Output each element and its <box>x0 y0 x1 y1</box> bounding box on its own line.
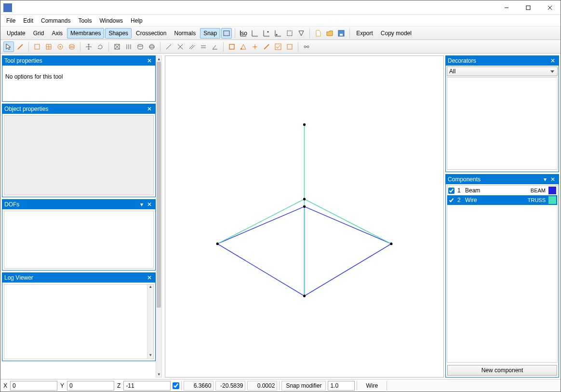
grid-toggle[interactable]: Grid <box>30 28 48 39</box>
save-file-icon[interactable] <box>336 28 347 39</box>
equal-icon[interactable] <box>198 41 209 52</box>
new-component-button[interactable]: New component <box>447 365 557 376</box>
menu-bar: File Edit Commands Tools Windows Help <box>0 15 561 27</box>
dofs-header[interactable]: DOFs ▾ ✕ <box>2 200 155 209</box>
sphere-icon[interactable] <box>147 41 157 52</box>
menu-commands[interactable]: Commands <box>37 16 74 26</box>
normals-toggle[interactable]: Normals <box>171 28 199 39</box>
disk-icon[interactable] <box>135 41 146 52</box>
rotate-icon[interactable] <box>95 41 106 52</box>
left-scrollbar[interactable]: ▲ ▼ <box>156 55 162 378</box>
svg-point-46 <box>304 46 306 48</box>
check-rect-icon[interactable] <box>273 41 283 52</box>
link-icon[interactable] <box>301 41 312 52</box>
z-input[interactable] <box>123 381 171 391</box>
edit-node-tool-icon[interactable] <box>15 41 26 52</box>
fit-selection-icon[interactable] <box>284 28 295 39</box>
image-rect-icon[interactable] <box>221 28 232 39</box>
open-file-icon[interactable] <box>324 28 335 39</box>
object-properties-header[interactable]: Object properties ✕ <box>2 104 155 114</box>
component-checkbox[interactable] <box>448 188 454 194</box>
components-list[interactable]: 1BeamBEAM2WireTRUSS <box>447 185 558 363</box>
dropdown-icon[interactable]: ▾ <box>138 201 146 208</box>
app-icon <box>3 3 12 12</box>
object-properties-title: Object properties <box>4 106 146 112</box>
pointer-tool-icon[interactable] <box>3 41 14 52</box>
crossection-toggle[interactable]: Crossection <box>133 28 170 39</box>
tool-properties-header[interactable]: Tool properties ✕ <box>2 56 155 66</box>
coord-lock-checkbox[interactable] <box>173 382 179 389</box>
snap-modifier-input[interactable] <box>328 381 355 391</box>
fit-all-icon[interactable] <box>296 28 307 39</box>
dofs-panel: DOFs ▾ ✕ <box>2 199 156 270</box>
menu-edit[interactable]: Edit <box>19 16 37 26</box>
decorators-list[interactable] <box>447 77 558 170</box>
view-xy-icon[interactable] <box>250 28 260 39</box>
svg-rect-38 <box>229 44 234 49</box>
update-button[interactable]: Update <box>3 28 29 39</box>
edit-pencil-icon[interactable] <box>261 41 272 52</box>
close-icon[interactable]: ✕ <box>146 57 153 65</box>
close-button[interactable] <box>539 0 561 15</box>
close-icon[interactable]: ✕ <box>549 176 557 183</box>
iso-view-icon[interactable]: Iso <box>238 28 249 39</box>
add-node-icon[interactable] <box>32 41 42 52</box>
empty-rect-icon[interactable] <box>284 41 295 52</box>
maximize-button[interactable] <box>517 0 539 15</box>
minimize-button[interactable] <box>495 0 517 15</box>
menu-windows[interactable]: Windows <box>95 16 127 26</box>
z-label: Z <box>116 382 121 389</box>
snap-modifier-label: Snap modifier <box>281 381 326 391</box>
log-scrollbar[interactable]: ▲ ▼ <box>147 284 153 359</box>
menu-tools[interactable]: Tools <box>74 16 95 26</box>
decorators-title: Decorators <box>448 57 549 64</box>
cross-icon[interactable] <box>175 41 186 52</box>
svg-point-58 <box>303 123 306 126</box>
close-icon[interactable]: ✕ <box>146 201 153 208</box>
decorators-body: All <box>446 66 559 172</box>
copy-model-button[interactable]: Copy model <box>377 28 415 39</box>
components-header[interactable]: Components ▾ ✕ <box>446 175 559 184</box>
y-input[interactable] <box>67 381 114 391</box>
export-button[interactable]: Export <box>353 28 376 39</box>
component-row[interactable]: 1BeamBEAM <box>447 186 557 195</box>
components-panel: Components ▾ ✕ 1BeamBEAM2WireTRUSS New c… <box>445 174 559 378</box>
right-column: Decorators ✕ All Components ▾ ✕ 1BeamBEA… <box>444 54 561 379</box>
membranes-toggle[interactable]: Membranes <box>67 28 104 39</box>
new-file-icon[interactable] <box>313 28 323 39</box>
menu-file[interactable]: File <box>2 16 19 26</box>
view-xz-icon[interactable] <box>261 28 272 39</box>
close-icon[interactable]: ✕ <box>146 105 153 113</box>
dropdown-icon[interactable]: ▾ <box>541 176 549 183</box>
view-yz-icon[interactable] <box>273 28 283 39</box>
component-color-swatch[interactable] <box>548 187 556 194</box>
menu-help[interactable]: Help <box>127 16 147 26</box>
axis-toggle[interactable]: Axis <box>48 28 66 39</box>
decorators-header[interactable]: Decorators ✕ <box>446 56 559 66</box>
component-row[interactable]: 2WireTRUSS <box>447 195 557 205</box>
add-circle-icon[interactable] <box>55 41 66 52</box>
svg-line-50 <box>305 244 391 296</box>
add-grid-icon[interactable] <box>43 41 54 52</box>
component-checkbox[interactable] <box>448 197 454 203</box>
log-viewer-header[interactable]: Log Viewer ✕ <box>2 273 155 283</box>
line-icon[interactable] <box>163 41 174 52</box>
star-orange-icon[interactable] <box>250 41 260 52</box>
bars-icon[interactable] <box>123 41 134 52</box>
viewport-3d[interactable] <box>165 55 444 378</box>
parallel-icon[interactable] <box>187 41 197 52</box>
angle-icon[interactable] <box>210 41 220 52</box>
mesh-quad-icon[interactable] <box>112 41 122 52</box>
svg-line-35 <box>191 45 195 49</box>
rect-orange-icon[interactable] <box>227 41 237 52</box>
component-color-swatch[interactable] <box>548 196 556 204</box>
shapes-toggle[interactable]: Shapes <box>105 28 132 39</box>
close-icon[interactable]: ✕ <box>549 57 557 65</box>
snap-toggle[interactable]: Snap <box>200 28 220 39</box>
poly-orange-icon[interactable] <box>238 41 249 52</box>
x-input[interactable] <box>10 381 57 391</box>
close-icon[interactable]: ✕ <box>146 274 153 282</box>
translate-icon[interactable] <box>83 41 94 52</box>
decorators-select[interactable]: All <box>447 67 558 76</box>
add-cylinder-icon[interactable] <box>67 41 77 52</box>
